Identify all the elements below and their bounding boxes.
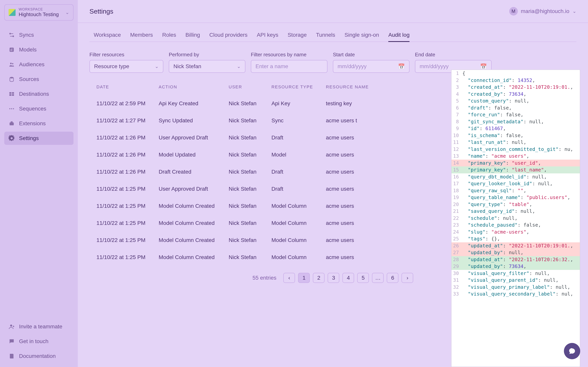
nav-item-destinations[interactable]: Destinations bbox=[4, 87, 73, 100]
prev-page-button[interactable]: ‹ bbox=[283, 273, 295, 283]
nav-item-sequences[interactable]: Sequences bbox=[4, 102, 73, 115]
calendar-icon: 📅 bbox=[398, 63, 405, 70]
page-button[interactable]: 1 bbox=[298, 273, 310, 283]
filter-label: Performed by bbox=[169, 52, 245, 58]
extensions-icon bbox=[9, 120, 15, 127]
next-page-button[interactable]: › bbox=[402, 273, 413, 283]
gear-icon bbox=[9, 135, 15, 141]
topbar: Settings M maria@hightouch.io ⌄ bbox=[78, 0, 588, 23]
nav-item-docs[interactable]: Documentation bbox=[4, 350, 73, 363]
code-line: 28"updated_at": "2022-11-10T20:26:32., bbox=[451, 256, 580, 263]
nav-item-syncs[interactable]: Syncs bbox=[4, 28, 73, 42]
code-line: 4"created_by": 73634, bbox=[451, 91, 580, 98]
svg-rect-15 bbox=[9, 123, 14, 125]
tab-api-keys[interactable]: API keys bbox=[257, 28, 278, 42]
syncs-icon bbox=[9, 32, 15, 38]
code-line: 29"updated_by": 73634, bbox=[451, 263, 580, 270]
nav-item-audiences[interactable]: Audiences bbox=[4, 58, 73, 71]
svg-point-12 bbox=[9, 108, 10, 109]
chevron-down-icon: ⌄ bbox=[155, 64, 159, 69]
chat-icon bbox=[568, 347, 576, 355]
nav-item-extensions[interactable]: Extensions bbox=[4, 117, 73, 130]
destinations-icon bbox=[9, 91, 15, 97]
filter-label: End date bbox=[415, 52, 492, 58]
code-line: 16"query_dbt_model_id": null, bbox=[451, 173, 580, 180]
nav-label: Extensions bbox=[19, 120, 46, 127]
resource-name-input[interactable] bbox=[251, 60, 328, 73]
main: Settings M maria@hightouch.io ⌄ Workspac… bbox=[78, 0, 588, 367]
chat-fab[interactable] bbox=[564, 343, 580, 359]
nav-label: Audiences bbox=[19, 61, 44, 67]
code-line: 10"is_schema": false, bbox=[451, 132, 580, 139]
tab-storage[interactable]: Storage bbox=[288, 28, 307, 42]
user-menu[interactable]: M maria@hightouch.io ⌄ bbox=[509, 7, 576, 16]
filter-label: Filter resources by name bbox=[251, 52, 328, 58]
nav-label: Documentation bbox=[19, 353, 56, 359]
avatar: M bbox=[509, 7, 518, 16]
code-line: 2"connection_id": 14352, bbox=[451, 77, 580, 84]
svg-point-14 bbox=[13, 108, 14, 109]
tab-workspace[interactable]: Workspace bbox=[94, 28, 121, 42]
tab-single-sign-on[interactable]: Single sign-on bbox=[345, 28, 379, 42]
nav-item-settings[interactable]: Settings bbox=[4, 132, 73, 145]
code-line: 33"visual_query_secondary_label": nul, bbox=[451, 291, 580, 298]
nav-label: Invite a teammate bbox=[19, 324, 62, 330]
nav-label: Sources bbox=[19, 76, 39, 82]
nav-label: Settings bbox=[19, 135, 39, 141]
code-line: 22"schedule": null, bbox=[451, 215, 580, 222]
filter-label: Start date bbox=[333, 52, 409, 58]
performed-by-select[interactable]: Nick Stefan ⌄ bbox=[169, 60, 245, 73]
sidebar-nav: Syncs Models Audiences Sources Destinati… bbox=[4, 28, 73, 363]
svg-point-16 bbox=[10, 325, 12, 327]
nav-item-sources[interactable]: Sources bbox=[4, 73, 73, 86]
code-line: 24"slug": "acme-users", bbox=[451, 229, 580, 235]
filter-label: Filter resources bbox=[89, 52, 163, 58]
tab-cloud-providers[interactable]: Cloud providers bbox=[209, 28, 248, 42]
svg-point-0 bbox=[9, 33, 11, 34]
code-line: 25"tags": {}, bbox=[451, 235, 580, 242]
tab-roles[interactable]: Roles bbox=[162, 28, 176, 42]
book-icon bbox=[9, 353, 15, 359]
tab-audit-log[interactable]: Audit log bbox=[388, 28, 409, 42]
svg-rect-4 bbox=[12, 48, 12, 51]
workspace-selector[interactable]: WORKSPACE Hightouch Testing ⌄ bbox=[4, 4, 73, 21]
resource-type-select[interactable]: Resource type ⌄ bbox=[89, 60, 163, 73]
audit-detail-panel[interactable]: 1{2"connection_id": 14352,3"created_at":… bbox=[451, 69, 580, 367]
chevron-down-icon: ⌄ bbox=[237, 64, 241, 69]
code-line: 14"primary_key": "user_id", bbox=[451, 160, 580, 167]
sequences-icon bbox=[9, 106, 15, 112]
user-plus-icon bbox=[9, 324, 15, 330]
sources-icon bbox=[9, 76, 15, 82]
page-button[interactable]: 4 bbox=[342, 273, 354, 283]
svg-point-1 bbox=[12, 35, 14, 37]
code-line: 1{ bbox=[451, 70, 580, 77]
nav-item-contact[interactable]: Get in touch bbox=[4, 335, 73, 348]
code-line: 17"query_looker_look_id": null, bbox=[451, 180, 580, 187]
workspace-logo-icon bbox=[9, 9, 16, 16]
code-line: 15"primary_key": "last_name", bbox=[451, 167, 580, 173]
nav-item-invite[interactable]: Invite a teammate bbox=[4, 320, 73, 333]
nav-item-models[interactable]: Models bbox=[4, 43, 73, 56]
nav-label: Syncs bbox=[19, 32, 34, 38]
tab-billing[interactable]: Billing bbox=[185, 28, 200, 42]
code-line: 9"id": 611467, bbox=[451, 125, 580, 132]
chevron-down-icon: ⌄ bbox=[572, 8, 576, 14]
code-line: 7"force_run": false, bbox=[451, 111, 580, 118]
tab-members[interactable]: Members bbox=[130, 28, 153, 42]
audiences-icon bbox=[9, 61, 15, 67]
user-email: maria@hightouch.io bbox=[521, 8, 569, 14]
nav-label: Get in touch bbox=[19, 338, 48, 344]
code-line: 6"draft": false, bbox=[451, 104, 580, 111]
svg-point-6 bbox=[12, 63, 13, 65]
svg-rect-3 bbox=[11, 49, 11, 51]
start-date-input[interactable]: 📅 bbox=[333, 60, 409, 73]
tab-tunnels[interactable]: Tunnels bbox=[316, 28, 335, 42]
page-button[interactable]: 6 bbox=[387, 273, 398, 283]
page-button[interactable]: 3 bbox=[328, 273, 339, 283]
code-line: 13"name": "acme users", bbox=[451, 153, 580, 160]
page-button[interactable]: 2 bbox=[313, 273, 325, 283]
code-line: 18"query_raw_sql": "", bbox=[451, 187, 580, 194]
entries-count: 55 entries bbox=[253, 275, 277, 281]
page-button: … bbox=[372, 273, 384, 283]
page-button[interactable]: 5 bbox=[357, 273, 369, 283]
